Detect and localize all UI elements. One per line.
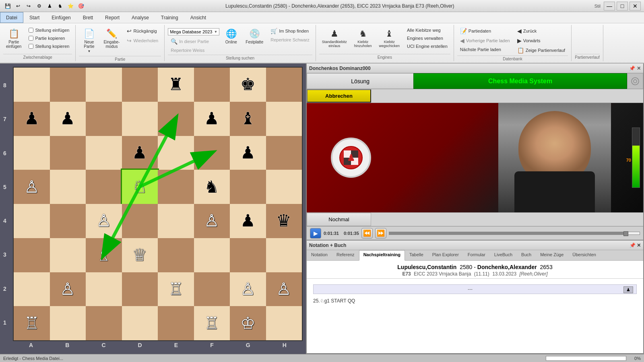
square-g6[interactable]: ♟	[230, 136, 266, 170]
ribbon-btn-kiebitz-wegschicken[interactable]: ♝ Kiebitzwegschicken	[376, 27, 402, 50]
menu-ansicht[interactable]: Ansicht	[184, 12, 212, 23]
square-e8[interactable]: ♜	[158, 68, 194, 102]
square-g5[interactable]	[230, 170, 266, 204]
square-h1[interactable]	[266, 306, 302, 340]
square-d6[interactable]: ♟	[122, 136, 158, 170]
close-button[interactable]: ✕	[630, 2, 641, 10]
tab-nachspieltraining[interactable]: Nachspieltraining	[359, 250, 405, 261]
square-e5[interactable]	[158, 170, 194, 204]
square-h3[interactable]	[266, 238, 302, 272]
loesung-button[interactable]: Lösung	[307, 73, 413, 89]
square-d5[interactable]: ♘	[122, 170, 158, 204]
square-e1[interactable]	[158, 306, 194, 340]
play-button[interactable]: ▶	[310, 228, 321, 239]
abbrechen-button[interactable]: Abbrechen	[307, 89, 371, 103]
menu-datei[interactable]: Datei	[0, 12, 23, 23]
square-f3[interactable]	[194, 238, 230, 272]
menu-analyse[interactable]: Analyse	[126, 12, 155, 23]
square-g2[interactable]: ♙	[230, 272, 266, 306]
undo-quick-btn[interactable]: ↩	[14, 2, 23, 10]
ribbon-btn-online[interactable]: 🌐 Online	[221, 27, 241, 46]
square-a6[interactable]	[14, 136, 50, 170]
ribbon-btn-partiedaten[interactable]: 📝 Partiedaten	[457, 27, 513, 35]
square-d2[interactable]	[122, 272, 158, 306]
ribbon-btn-partie-einfuegen[interactable]: 📋 Partieeinfügen	[3, 27, 24, 51]
ribbon-btn-vorwaerts[interactable]: ▶ Vorwärts	[514, 36, 568, 45]
square-d8[interactable]	[122, 68, 158, 102]
ribbon-btn-zurueck[interactable]: ◀ Zurück	[514, 27, 568, 35]
ribbon-btn-naechste-partie[interactable]: Nächste Partie laden	[457, 46, 513, 53]
square-g1[interactable]: ♔	[230, 306, 266, 340]
options-quick-btn[interactable]: ⚙	[35, 2, 43, 10]
square-h4[interactable]: ♛	[266, 204, 302, 238]
menu-report[interactable]: Report	[99, 12, 126, 23]
square-f7[interactable]: ♟	[194, 102, 230, 136]
square-a5[interactable]: ♙	[14, 170, 50, 204]
square-a2[interactable]	[14, 272, 50, 306]
square-a8[interactable]	[14, 68, 50, 102]
square-c5[interactable]	[86, 170, 122, 204]
square-c6[interactable]	[86, 136, 122, 170]
progress-bar[interactable]	[389, 232, 640, 235]
square-d7[interactable]	[122, 102, 158, 136]
notation-pin-btn[interactable]: 📌	[630, 243, 636, 248]
square-a1[interactable]: ♖	[14, 306, 50, 340]
square-e7[interactable]	[158, 102, 194, 136]
square-f4[interactable]: ♙	[194, 204, 230, 238]
ribbon-btn-engines-verwalten[interactable]: Engines verwalten	[404, 35, 450, 42]
media-pin-btn[interactable]: 📌	[629, 66, 635, 71]
tab-buch[interactable]: Buch	[517, 250, 536, 260]
tab-formular[interactable]: Formular	[463, 250, 490, 260]
ribbon-btn-uci-engine[interactable]: UCI Engine erstellen	[404, 43, 450, 50]
square-f6[interactable]	[194, 136, 230, 170]
media-close-btn[interactable]: ✕	[637, 66, 641, 71]
database-dropdown[interactable]: Mega Database 2023 ▼	[168, 28, 219, 35]
square-g8[interactable]: ♚	[230, 68, 266, 102]
notation-close-btn[interactable]: ✕	[637, 243, 641, 248]
maximize-button[interactable]: □	[617, 2, 628, 10]
chessboard[interactable]: ♜♚♟♟♟♝♟♟♙♘♞♙♙♟♛♗♕♙♖♙♙♖♖♔	[13, 67, 303, 341]
square-b8[interactable]	[50, 68, 86, 102]
minimize-button[interactable]: —	[604, 2, 615, 10]
media-settings-btn[interactable]	[627, 73, 643, 89]
square-a7[interactable]: ♟	[14, 102, 50, 136]
square-e4[interactable]	[158, 204, 194, 238]
tab-plan-explorer[interactable]: Plan Explorer	[428, 250, 463, 260]
square-e3[interactable]	[158, 238, 194, 272]
square-c1[interactable]	[86, 306, 122, 340]
menu-einfuegen[interactable]: Einfügen	[45, 12, 76, 23]
square-f8[interactable]	[194, 68, 230, 102]
ribbon-btn-standardkiebitz[interactable]: ♟ Standardkiebitzein/aus	[319, 27, 350, 50]
ribbon-btn-zeige-partienverlauf[interactable]: 📋 Zeige Partienverlauf	[514, 46, 568, 55]
menu-training[interactable]: Training	[155, 12, 184, 23]
square-b6[interactable]	[50, 136, 86, 170]
redo-quick-btn[interactable]: ↪	[24, 2, 33, 10]
square-g7[interactable]: ♝	[230, 102, 266, 136]
ribbon-btn-vorherige-partie[interactable]: ◀ Vorherige Partie laden	[457, 36, 513, 45]
ribbon-btn-stellung-einfuegen[interactable]: Stellung einfügen	[26, 27, 72, 34]
square-f2[interactable]	[194, 272, 230, 306]
ribbon-btn-alle-kiebitze[interactable]: Alle Kiebitze weg	[404, 27, 450, 34]
square-a3[interactable]	[14, 238, 50, 272]
square-d1[interactable]	[122, 306, 158, 340]
nochmal-button[interactable]: Nochmal	[307, 213, 371, 226]
tab-referenz[interactable]: Referenz	[332, 250, 359, 260]
square-b4[interactable]	[50, 204, 86, 238]
square-h8[interactable]	[266, 68, 302, 102]
square-h7[interactable]	[266, 102, 302, 136]
ribbon-btn-stellung-kopieren[interactable]: Stellung kopieren	[26, 43, 72, 50]
square-e6[interactable]	[158, 136, 194, 170]
square-g4[interactable]: ♟	[230, 204, 266, 238]
square-a4[interactable]	[14, 204, 50, 238]
square-f5[interactable]: ♞	[194, 170, 230, 204]
save-quick-btn[interactable]: 💾	[3, 2, 12, 10]
square-c2[interactable]	[86, 272, 122, 306]
fast-forward-button[interactable]: ⏩	[375, 228, 386, 239]
tab-tabelle[interactable]: Tabelle	[405, 250, 428, 260]
tab-livebuch[interactable]: LiveBuch	[490, 250, 517, 260]
square-c4[interactable]: ♙	[86, 204, 122, 238]
square-h6[interactable]	[266, 136, 302, 170]
square-c8[interactable]	[86, 68, 122, 102]
square-b2[interactable]: ♙	[50, 272, 86, 306]
ribbon-btn-kiebitz-hinzuholen[interactable]: ♞ Kiebitzhinzuholen	[351, 27, 375, 50]
